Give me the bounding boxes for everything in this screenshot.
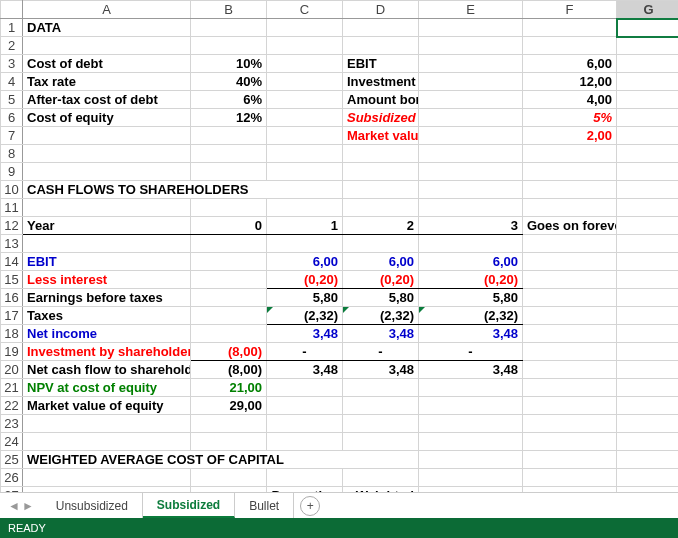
cell-G4[interactable] xyxy=(617,73,679,91)
row-header-5[interactable]: 5 xyxy=(1,91,23,109)
cell-B20[interactable]: (8,00) xyxy=(191,361,267,379)
col-header-F[interactable]: F xyxy=(523,1,617,19)
cell-G3[interactable] xyxy=(617,55,679,73)
cell-F4[interactable]: 12,00 xyxy=(523,73,617,91)
cell-G6[interactable] xyxy=(617,109,679,127)
row-header-24[interactable]: 24 xyxy=(1,433,23,451)
cell-A20[interactable]: Net cash flow to shareholders xyxy=(23,361,191,379)
cell-D20[interactable]: 3,48 xyxy=(343,361,419,379)
cell-F5[interactable]: 4,00 xyxy=(523,91,617,109)
sheet-tab-unsubsidized[interactable]: Unsubsidized xyxy=(42,493,143,518)
col-header-E[interactable]: E xyxy=(419,1,523,19)
cell-C20[interactable]: 3,48 xyxy=(267,361,343,379)
cell-C3[interactable] xyxy=(267,55,343,73)
tab-nav-next-icon[interactable]: ► xyxy=(22,499,34,513)
cell-E18[interactable]: 3,48 xyxy=(419,325,523,343)
cell-G1-selected[interactable] xyxy=(617,19,679,37)
row-header-15[interactable]: 15 xyxy=(1,271,23,289)
cell-B22[interactable]: 29,00 xyxy=(191,397,267,415)
row-header-14[interactable]: 14 xyxy=(1,253,23,271)
cell-E4[interactable] xyxy=(419,73,523,91)
cell-D3[interactable]: EBIT xyxy=(343,55,419,73)
row-header-6[interactable]: 6 xyxy=(1,109,23,127)
cell-D7[interactable]: Market value of debt xyxy=(343,127,419,145)
cell-D5[interactable]: Amount borrowed xyxy=(343,91,419,109)
cell-E2[interactable] xyxy=(419,37,523,55)
cell-A21[interactable]: NPV at cost of equity xyxy=(23,379,191,397)
tab-nav-arrows[interactable]: ◄ ► xyxy=(0,499,42,513)
spreadsheet-grid[interactable]: A B C D E F G 1 DATA 2 3 Cost of debt 10… xyxy=(0,0,678,492)
sheet-tab-subsidized[interactable]: Subsidized xyxy=(143,493,235,518)
cell-D6[interactable]: Subsidized interest rate xyxy=(343,109,419,127)
cell-D19[interactable]: - xyxy=(343,343,419,361)
cell-E12[interactable]: 3 xyxy=(419,217,523,235)
cell-B7[interactable] xyxy=(191,127,267,145)
cell-B19[interactable]: (8,00) xyxy=(191,343,267,361)
tab-nav-prev-icon[interactable]: ◄ xyxy=(8,499,20,513)
cell-C7[interactable] xyxy=(267,127,343,145)
row-header-1[interactable]: 1 xyxy=(1,19,23,37)
cell-B21[interactable]: 21,00 xyxy=(191,379,267,397)
cell-C19[interactable]: - xyxy=(267,343,343,361)
cell-A2[interactable] xyxy=(23,37,191,55)
cell-C15[interactable]: (0,20) xyxy=(267,271,343,289)
row-header-23[interactable]: 23 xyxy=(1,415,23,433)
cell-C12[interactable]: 1 xyxy=(267,217,343,235)
row-header-3[interactable]: 3 xyxy=(1,55,23,73)
cell-D4[interactable]: Investment xyxy=(343,73,419,91)
cell-C18[interactable]: 3,48 xyxy=(267,325,343,343)
cell-D12[interactable]: 2 xyxy=(343,217,419,235)
row-header-13[interactable]: 13 xyxy=(1,235,23,253)
cell-A18[interactable]: Net income xyxy=(23,325,191,343)
row-header-26[interactable]: 26 xyxy=(1,469,23,487)
cell-C1[interactable] xyxy=(267,19,343,37)
cell-G7[interactable] xyxy=(617,127,679,145)
cell-B3[interactable]: 10% xyxy=(191,55,267,73)
row-header-20[interactable]: 20 xyxy=(1,361,23,379)
row-header-2[interactable]: 2 xyxy=(1,37,23,55)
cell-C17[interactable]: (2,32) xyxy=(267,307,343,325)
row-header-16[interactable]: 16 xyxy=(1,289,23,307)
col-header-G[interactable]: G xyxy=(617,1,679,19)
cell-B2[interactable] xyxy=(191,37,267,55)
col-header-D[interactable]: D xyxy=(343,1,419,19)
cell-A25[interactable]: WEIGHTED AVERAGE COST OF CAPITAL xyxy=(23,451,419,469)
cell-E6[interactable] xyxy=(419,109,523,127)
add-sheet-button[interactable]: + xyxy=(300,496,320,516)
row-header-21[interactable]: 21 xyxy=(1,379,23,397)
cell-B5[interactable]: 6% xyxy=(191,91,267,109)
cell-E17[interactable]: (2,32) xyxy=(419,307,523,325)
cell-E1[interactable] xyxy=(419,19,523,37)
row-header-12[interactable]: 12 xyxy=(1,217,23,235)
select-all-corner[interactable] xyxy=(1,1,23,19)
cell-E19[interactable]: - xyxy=(419,343,523,361)
cell-D2[interactable] xyxy=(343,37,419,55)
cell-E14[interactable]: 6,00 xyxy=(419,253,523,271)
cell-A12[interactable]: Year xyxy=(23,217,191,235)
cell-F6[interactable]: 5% xyxy=(523,109,617,127)
row-header-18[interactable]: 18 xyxy=(1,325,23,343)
sheet-tab-bullet[interactable]: Bullet xyxy=(235,493,294,518)
row-header-7[interactable]: 7 xyxy=(1,127,23,145)
cell-E7[interactable] xyxy=(419,127,523,145)
cell-C4[interactable] xyxy=(267,73,343,91)
cell-A15[interactable]: Less interest xyxy=(23,271,191,289)
cell-E3[interactable] xyxy=(419,55,523,73)
cell-C6[interactable] xyxy=(267,109,343,127)
col-header-A[interactable]: A xyxy=(23,1,191,19)
row-header-19[interactable]: 19 xyxy=(1,343,23,361)
col-header-B[interactable]: B xyxy=(191,1,267,19)
cell-E16[interactable]: 5,80 xyxy=(419,289,523,307)
cell-B4[interactable]: 40% xyxy=(191,73,267,91)
cell-A5[interactable]: After-tax cost of debt xyxy=(23,91,191,109)
cell-A3[interactable]: Cost of debt xyxy=(23,55,191,73)
row-header-9[interactable]: 9 xyxy=(1,163,23,181)
cell-D1[interactable] xyxy=(343,19,419,37)
cell-A22[interactable]: Market value of equity xyxy=(23,397,191,415)
row-header-10[interactable]: 10 xyxy=(1,181,23,199)
cell-A6[interactable]: Cost of equity xyxy=(23,109,191,127)
cell-D17[interactable]: (2,32) xyxy=(343,307,419,325)
cell-C2[interactable] xyxy=(267,37,343,55)
cell-D16[interactable]: 5,80 xyxy=(343,289,419,307)
cell-C5[interactable] xyxy=(267,91,343,109)
